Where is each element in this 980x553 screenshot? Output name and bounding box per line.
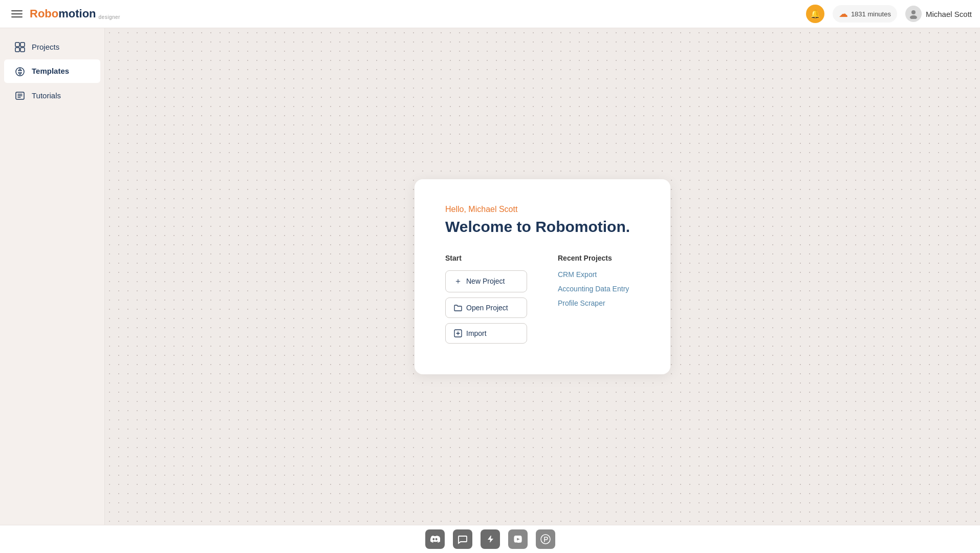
welcome-card: Hello, Michael Scott Welcome to Robomoti…: [415, 179, 670, 374]
user-avatar: [905, 6, 922, 22]
new-project-label: New Project: [466, 277, 505, 285]
notification-button[interactable]: 🔔: [806, 5, 824, 23]
sidebar-tutorials-label: Tutorials: [32, 91, 61, 100]
open-project-button[interactable]: Open Project: [445, 297, 527, 318]
header-right: 🔔 ☁ 1831 minutes Michael Scott: [806, 5, 972, 23]
sidebar-item-templates[interactable]: Templates: [4, 59, 100, 82]
svg-rect-6: [20, 42, 25, 47]
svg-point-3: [911, 10, 916, 14]
menu-button[interactable]: [8, 5, 26, 23]
import-button[interactable]: Import: [445, 323, 527, 344]
main-content: Hello, Michael Scott Welcome to Robomoti…: [105, 28, 980, 525]
folder-icon: [454, 303, 462, 312]
youtube-icon: [513, 534, 523, 544]
start-column: Start ＋ New Project Open Project: [445, 254, 527, 349]
recent-project-accounting[interactable]: Accounting Data Entry: [558, 285, 640, 293]
sidebar-item-projects[interactable]: Projects: [4, 35, 100, 58]
open-project-label: Open Project: [466, 304, 508, 312]
recent-column: Recent Projects CRM Export Accounting Da…: [558, 254, 640, 349]
header: Robomotion designer 🔔 ☁ 1831 minutes Mic…: [0, 0, 980, 28]
templates-icon: [14, 66, 26, 76]
svg-point-4: [910, 15, 917, 19]
discord-icon: [430, 534, 440, 544]
cloud-icon: ☁: [839, 8, 848, 19]
minutes-badge: ☁ 1831 minutes: [833, 5, 897, 23]
youtube-button[interactable]: [508, 529, 528, 549]
logo-motion: motion: [58, 7, 96, 20]
welcome-columns: Start ＋ New Project Open Project: [445, 254, 640, 349]
logo-designer: designer: [99, 14, 120, 20]
menu-icon: [11, 8, 23, 19]
svg-point-14: [541, 535, 550, 544]
sidebar-templates-label: Templates: [32, 67, 69, 75]
svg-rect-5: [15, 42, 19, 47]
projects-icon: [14, 41, 26, 52]
sidebar-projects-label: Projects: [32, 42, 59, 51]
welcome-greeting: Hello, Michael Scott: [445, 205, 640, 214]
chat-button[interactable]: [453, 529, 472, 549]
sidebar: Projects Templates Tutorials: [0, 28, 105, 525]
tutorials-icon: [14, 90, 26, 101]
user-area[interactable]: Michael Scott: [905, 6, 972, 22]
recent-heading: Recent Projects: [558, 254, 640, 262]
minutes-text: 1831 minutes: [851, 10, 891, 18]
svg-rect-2: [11, 16, 23, 17]
lightning-button[interactable]: [481, 529, 500, 549]
sidebar-item-tutorials[interactable]: Tutorials: [4, 84, 100, 107]
import-icon: [454, 329, 462, 338]
logo: Robomotion designer: [30, 7, 120, 20]
recent-project-profile[interactable]: Profile Scraper: [558, 299, 640, 307]
welcome-title: Welcome to Robomotion.: [445, 218, 640, 236]
producthunt-icon: [540, 534, 551, 544]
person-icon: [908, 9, 919, 19]
producthunt-button[interactable]: [536, 529, 555, 549]
svg-rect-7: [15, 48, 19, 52]
svg-rect-0: [11, 10, 23, 11]
svg-marker-10: [18, 69, 21, 71]
logo-robo: Robo: [30, 7, 58, 20]
svg-marker-11: [18, 73, 21, 75]
new-project-button[interactable]: ＋ New Project: [445, 270, 527, 292]
lightning-icon: [486, 535, 495, 544]
svg-rect-1: [11, 13, 23, 14]
import-label: Import: [466, 329, 487, 337]
plus-icon: ＋: [454, 276, 462, 287]
recent-project-crm[interactable]: CRM Export: [558, 270, 640, 279]
bell-icon: 🔔: [810, 9, 820, 19]
username: Michael Scott: [926, 10, 972, 18]
bottom-bar: [0, 525, 980, 553]
start-heading: Start: [445, 254, 527, 262]
discord-button[interactable]: [425, 529, 445, 549]
svg-rect-8: [20, 48, 25, 52]
chat-icon: [458, 534, 468, 544]
